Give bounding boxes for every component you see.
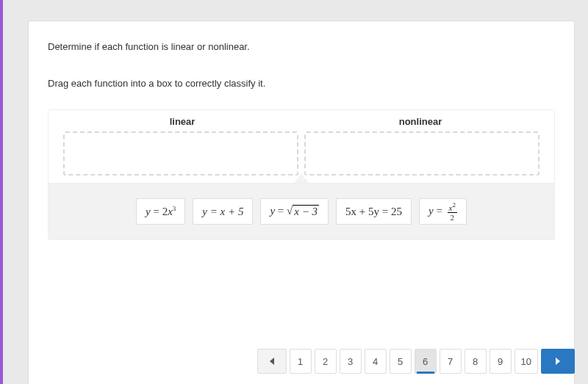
chip-y-equals-2x-cubed[interactable]: y = 2x3 bbox=[136, 198, 185, 225]
page-button-3[interactable]: 3 bbox=[340, 349, 362, 374]
pool-notch bbox=[294, 174, 309, 183]
chevron-left-icon bbox=[270, 358, 274, 365]
page-button-4[interactable]: 4 bbox=[365, 349, 387, 374]
chip-y-equals-x-squared-over-2[interactable]: y = x2 2 bbox=[419, 198, 467, 225]
category-headers: linear nonlinear bbox=[49, 110, 554, 131]
question-prompt: Determine if each function is linear or … bbox=[48, 40, 555, 54]
chip-text: 5x + 5y = 25 bbox=[345, 206, 402, 218]
chip-y-equals-sqrt-x-minus-3[interactable]: y = √x − 3 bbox=[260, 198, 329, 225]
chip-y-equals-x-plus-5[interactable]: y = x + 5 bbox=[193, 198, 253, 225]
page-button-10[interactable]: 10 bbox=[514, 349, 538, 374]
page-button-9[interactable]: 9 bbox=[490, 349, 512, 374]
chip-text: y = 2x3 bbox=[146, 205, 176, 218]
page-button-5[interactable]: 5 bbox=[390, 349, 412, 374]
page-button-1[interactable]: 1 bbox=[290, 349, 312, 374]
chip-text: y = x + 5 bbox=[202, 206, 243, 218]
page-button-2[interactable]: 2 bbox=[315, 349, 337, 374]
pagination: 12345678910 bbox=[257, 349, 575, 374]
accent-bar bbox=[0, 0, 3, 384]
category-header-nonlinear: nonlinear bbox=[301, 116, 539, 127]
classification-container: linear nonlinear y = 2x3 y = x + 5 y = √… bbox=[48, 109, 555, 240]
drop-zone-nonlinear[interactable] bbox=[304, 131, 539, 175]
next-page-button[interactable] bbox=[541, 349, 575, 374]
category-header-linear: linear bbox=[63, 116, 301, 127]
question-instruction: Drag each function into a box to correct… bbox=[48, 77, 555, 90]
chevron-right-icon bbox=[556, 358, 560, 365]
chip-text: y = x2 2 bbox=[429, 202, 457, 222]
chip-5x-plus-5y-equals-25[interactable]: 5x + 5y = 25 bbox=[336, 198, 412, 225]
page-button-7[interactable]: 7 bbox=[440, 349, 462, 374]
page-button-6[interactable]: 6 bbox=[415, 349, 437, 374]
chip-text: y = √x − 3 bbox=[270, 205, 319, 218]
prev-page-button[interactable] bbox=[257, 349, 287, 374]
chip-pool: y = 2x3 y = x + 5 y = √x − 3 5x + 5y = 2… bbox=[49, 183, 554, 239]
drop-zone-linear[interactable] bbox=[63, 131, 298, 175]
page-button-8[interactable]: 8 bbox=[465, 349, 487, 374]
question-card: Determine if each function is linear or … bbox=[28, 21, 575, 384]
drop-row bbox=[49, 131, 554, 183]
